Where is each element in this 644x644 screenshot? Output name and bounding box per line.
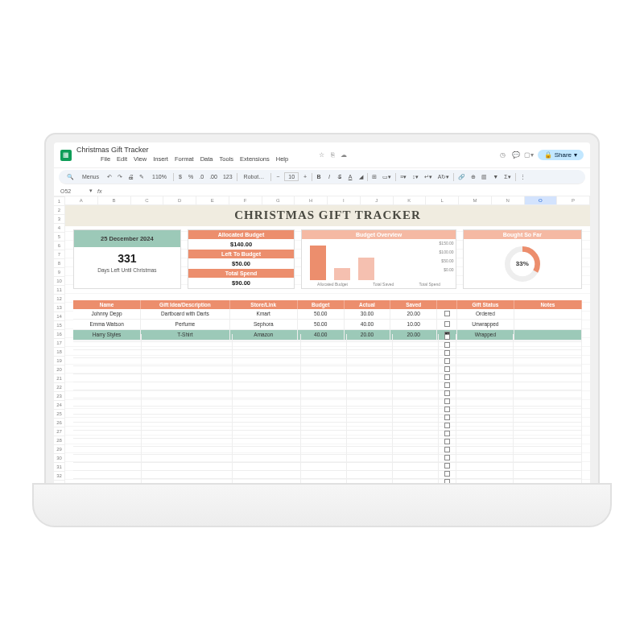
chart-icon[interactable]: ▥ [480,173,489,181]
fill-color-icon[interactable]: ◢ [357,173,365,181]
menus-dropdown[interactable]: Menus [78,172,103,181]
empty-row[interactable] [73,390,582,398]
checkbox[interactable] [444,398,450,404]
row-num[interactable]: 10 [54,277,65,286]
col-head[interactable]: J [361,196,394,205]
row-num[interactable]: 4 [54,224,65,233]
row-num[interactable]: 17 [54,339,65,348]
col-head[interactable]: K [394,196,427,205]
row-num[interactable]: 11 [54,286,65,295]
table-cell[interactable]: Perfume [141,320,230,330]
star-icon[interactable]: ☆ [317,151,325,159]
table-cell[interactable]: 50.00 [298,309,345,320]
checkbox[interactable] [444,455,450,460]
row-num[interactable]: 31 [54,463,65,472]
checkbox[interactable] [444,382,450,388]
table-cell[interactable] [514,320,582,330]
row-num[interactable]: 7 [54,250,65,259]
halign-icon[interactable]: ≡▾ [398,173,408,181]
sigma-icon[interactable]: Σ▾ [502,173,512,181]
checkbox[interactable] [444,439,450,444]
empty-row[interactable] [73,407,582,415]
table-cell[interactable] [437,320,457,330]
meet-icon[interactable]: ▢▾ [525,151,533,159]
row-num[interactable]: 15 [54,321,65,330]
checkbox[interactable] [444,374,450,380]
menu-file[interactable]: File [101,155,110,163]
table-cell[interactable]: 20.00 [390,309,437,320]
col-head[interactable]: O [525,196,558,205]
row-num[interactable]: 1 [54,197,65,206]
row-num[interactable]: 29 [54,445,65,454]
checkbox[interactable] [444,415,450,420]
empty-row[interactable] [73,374,582,382]
row-num[interactable]: 6 [54,242,65,250]
col-head[interactable]: M [459,196,492,205]
bold-icon[interactable]: B [315,173,323,180]
menu-insert[interactable]: Insert [153,155,168,163]
table-cell[interactable]: 50.00 [298,320,345,330]
row-num[interactable]: 25 [54,410,65,419]
row-num[interactable]: 18 [54,348,65,357]
checkbox[interactable] [444,342,450,348]
font-dropdown[interactable]: Robot… [240,172,269,181]
col-head[interactable]: L [426,196,459,205]
col-head[interactable]: P [557,196,590,205]
row-num[interactable]: 30 [54,454,65,463]
empty-row[interactable] [73,334,582,342]
row-num[interactable]: 3 [54,215,65,224]
col-head[interactable]: A [65,196,98,205]
percent-icon[interactable]: % [187,173,195,180]
col-head[interactable]: E [196,196,229,205]
row-num[interactable]: 20 [54,365,65,374]
valign-icon[interactable]: ↕▾ [411,173,420,181]
filter-icon[interactable]: ▼ [491,173,500,180]
table-cell[interactable] [437,309,457,320]
menu-view[interactable]: View [134,155,147,163]
sheet-content[interactable]: CHRISTMAS GIFT TRACKER 25 December 2024 … [65,205,590,510]
row-num[interactable]: 22 [54,383,65,392]
empty-row[interactable] [73,415,582,423]
zoom-dropdown[interactable]: 110% [148,172,171,181]
table-cell[interactable]: Unwrapped [457,320,514,330]
strike-icon[interactable]: S̶ [336,173,344,181]
col-head[interactable]: D [163,196,196,205]
table-cell[interactable]: Emma Watson [73,320,141,330]
menu-edit[interactable]: Edit [117,155,127,163]
row-num[interactable]: 2 [54,206,65,215]
move-icon[interactable]: ⎘ [328,151,336,159]
empty-row[interactable] [73,350,582,358]
checkbox[interactable] [444,334,450,340]
link-icon[interactable]: 🔗 [456,173,467,181]
row-num[interactable]: 23 [54,392,65,401]
empty-row[interactable] [73,447,582,455]
row-num[interactable]: 16 [54,330,65,339]
table-cell[interactable]: Sephora [230,320,298,330]
print-icon[interactable]: 🖨 [126,173,135,180]
redo-icon[interactable]: ↷ [116,173,124,181]
checkbox[interactable] [444,311,450,316]
fontsize-inc[interactable]: + [301,173,309,180]
checkbox[interactable] [444,358,450,364]
checkbox[interactable] [444,321,450,327]
wrap-icon[interactable]: ↵▾ [423,173,434,181]
rotate-icon[interactable]: A↻▾ [436,173,452,181]
checkbox[interactable] [444,423,450,428]
undo-icon[interactable]: ↶ [105,173,114,181]
empty-row[interactable] [73,366,582,374]
col-head[interactable]: I [328,196,361,205]
row-num[interactable]: 19 [54,357,65,365]
checkbox[interactable] [444,366,450,372]
more-icon[interactable]: ⋮ [518,173,527,181]
fontsize-input[interactable]: 10 [284,172,299,181]
menu-format[interactable]: Format [175,155,194,163]
row-num[interactable]: 8 [54,259,65,268]
empty-row[interactable] [73,382,582,390]
table-row[interactable]: Johnny DeppDartboard with DartsKmart50.0… [73,309,582,320]
decimal-inc-icon[interactable]: .00 [208,173,219,180]
col-head[interactable]: G [262,196,295,205]
row-num[interactable]: 21 [54,374,65,383]
menu-tools[interactable]: Tools [220,155,234,163]
row-num[interactable]: 32 [54,472,65,481]
document-title[interactable]: Christmas Gift Tracker [76,146,312,154]
